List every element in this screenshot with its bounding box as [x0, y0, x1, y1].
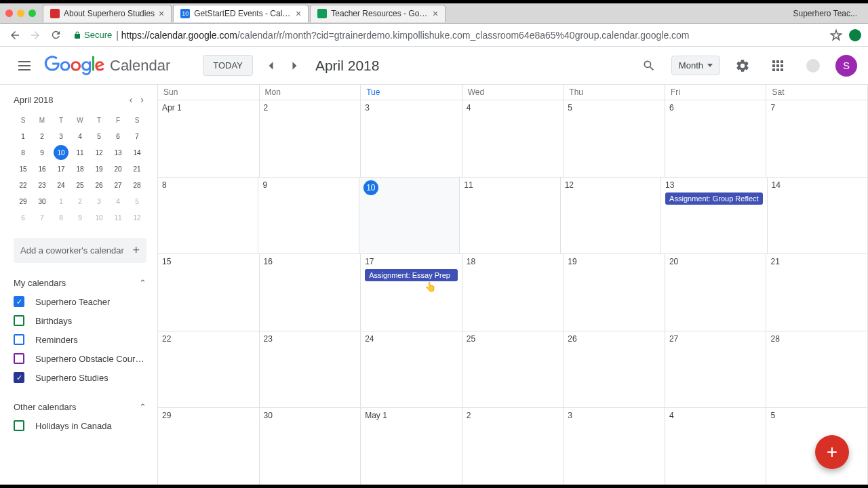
calendar-checkbox[interactable] — [14, 420, 24, 431]
browser-profile-label[interactable]: Superhero Teac... — [793, 9, 863, 18]
mini-day-cell[interactable]: 30 — [33, 193, 52, 209]
mini-day-cell[interactable]: 12 — [127, 209, 146, 226]
day-cell[interactable]: 20 — [665, 254, 767, 331]
next-month-button[interactable] — [284, 55, 306, 77]
browser-tab[interactable]: About Superhero Studies× — [43, 5, 172, 22]
mini-day-cell[interactable]: 9 — [33, 144, 52, 161]
mini-day-cell[interactable]: 7 — [127, 128, 146, 144]
mini-day-cell[interactable]: 19 — [90, 161, 108, 177]
calendar-list-item[interactable]: Superhero Obstacle Course ... — [14, 349, 146, 368]
day-cell[interactable]: 14 — [768, 178, 868, 254]
mini-day-cell[interactable]: 21 — [127, 161, 146, 177]
day-cell[interactable]: 18 — [462, 254, 564, 331]
mini-day-cell[interactable]: 9 — [71, 209, 90, 226]
search-button[interactable] — [636, 53, 662, 79]
mini-day-cell[interactable]: 2 — [33, 128, 52, 144]
day-cell[interactable]: Apr 1 — [158, 100, 260, 177]
forward-button[interactable] — [27, 27, 43, 43]
mini-day-cell[interactable]: 16 — [33, 161, 52, 177]
back-button[interactable] — [7, 27, 23, 43]
mini-day-cell[interactable]: 22 — [14, 177, 33, 193]
extension-icon[interactable] — [849, 29, 861, 41]
day-cell[interactable]: 2 — [260, 100, 361, 177]
calendar-checkbox[interactable] — [14, 315, 24, 326]
browser-tab[interactable]: 10GetStartED Events - Calendar× — [173, 5, 309, 22]
close-tab-icon[interactable]: × — [296, 8, 301, 19]
my-calendars-toggle[interactable]: My calendars ⌃ — [14, 274, 146, 292]
day-cell[interactable]: 12 — [561, 178, 661, 254]
mini-day-cell[interactable]: 23 — [33, 177, 52, 193]
view-selector[interactable]: Month — [671, 56, 720, 75]
day-cell[interactable]: 25 — [462, 331, 564, 408]
mini-prev-month[interactable]: ‹ — [127, 93, 136, 106]
add-coworker-input[interactable]: Add a coworker's calendar + — [14, 238, 146, 263]
mini-day-cell[interactable]: 1 — [14, 128, 33, 144]
day-cell[interactable]: 3 — [361, 100, 462, 177]
day-cell[interactable]: 23 — [260, 331, 361, 408]
day-cell[interactable]: 27 — [665, 331, 767, 408]
day-cell[interactable]: 29 — [158, 408, 260, 485]
mini-day-cell[interactable]: 5 — [90, 128, 108, 144]
mini-day-cell[interactable]: 15 — [14, 161, 33, 177]
day-cell[interactable]: 16 — [260, 254, 361, 331]
close-tab-icon[interactable]: × — [433, 8, 438, 19]
mini-day-cell[interactable]: 10 — [90, 209, 108, 226]
mini-day-cell[interactable]: 25 — [71, 177, 90, 193]
calendar-list-item[interactable]: Superhero Teacher — [14, 292, 146, 311]
day-cell[interactable]: 6 — [665, 100, 767, 177]
day-cell[interactable]: 3 — [564, 408, 665, 485]
mini-day-cell[interactable]: 4 — [108, 193, 127, 209]
calendar-list-item[interactable]: Reminders — [14, 330, 146, 349]
account-avatar[interactable]: S — [835, 55, 857, 77]
day-cell[interactable]: 5 — [564, 100, 665, 177]
mini-day-cell[interactable]: 27 — [108, 177, 127, 193]
minimize-window[interactable] — [17, 9, 24, 17]
day-cell[interactable]: 9 — [258, 178, 359, 254]
mini-day-cell[interactable]: 28 — [127, 177, 146, 193]
reload-button[interactable] — [47, 27, 64, 43]
google-apps-button[interactable] — [765, 53, 791, 79]
day-cell[interactable]: 8 — [158, 178, 258, 254]
mini-day-cell[interactable]: 29 — [14, 193, 33, 209]
day-cell[interactable]: 17Assignment: Essay Prep — [361, 254, 462, 331]
day-cell[interactable]: 26 — [564, 331, 665, 408]
other-calendars-toggle[interactable]: Other calendars ⌃ — [14, 398, 146, 416]
day-cell[interactable]: 22 — [158, 331, 260, 408]
calendar-list-item[interactable]: Superhero Studies — [14, 368, 146, 387]
mini-day-cell[interactable]: 10 — [54, 145, 68, 160]
mini-day-cell[interactable]: 8 — [52, 209, 71, 226]
mini-next-month[interactable]: › — [138, 93, 146, 106]
mini-day-cell[interactable]: 8 — [14, 144, 33, 161]
mini-day-cell[interactable]: 7 — [33, 209, 52, 226]
day-cell[interactable]: 15 — [158, 254, 260, 331]
close-window[interactable] — [5, 9, 13, 17]
calendar-event[interactable]: Assignment: Essay Prep — [365, 269, 458, 281]
calendar-checkbox[interactable] — [14, 296, 24, 307]
day-cell[interactable]: 10 — [359, 178, 460, 254]
calendar-list-item[interactable]: Holidays in Canada — [14, 416, 146, 435]
mini-day-cell[interactable]: 13 — [108, 144, 127, 161]
calendar-checkbox[interactable] — [14, 334, 24, 345]
notifications-button[interactable] — [800, 53, 826, 79]
mini-day-cell[interactable]: 2 — [71, 193, 90, 209]
day-cell[interactable]: 28 — [766, 331, 868, 408]
day-cell[interactable]: 4 — [462, 100, 564, 177]
mini-day-cell[interactable]: 17 — [52, 161, 71, 177]
mini-day-cell[interactable]: 26 — [90, 177, 108, 193]
mini-day-cell[interactable]: 3 — [90, 193, 108, 209]
mini-day-cell[interactable]: 3 — [52, 128, 71, 144]
mini-day-cell[interactable]: 5 — [127, 193, 146, 209]
prev-month-button[interactable] — [260, 55, 281, 77]
day-cell[interactable]: 19 — [564, 254, 665, 331]
calendar-event[interactable]: Assignment: Group Reflect — [665, 192, 762, 205]
mini-day-cell[interactable]: 12 — [90, 144, 108, 161]
maximize-window[interactable] — [28, 9, 36, 17]
day-cell[interactable]: 24 — [361, 331, 462, 408]
mini-day-cell[interactable]: 6 — [108, 128, 127, 144]
mini-day-cell[interactable]: 1 — [52, 193, 71, 209]
bookmark-star-icon[interactable] — [830, 29, 842, 41]
day-cell[interactable]: 7 — [766, 100, 868, 177]
mini-day-cell[interactable]: 14 — [127, 144, 146, 161]
browser-tab[interactable]: Teacher Resources - Google D× — [310, 5, 446, 22]
mini-day-cell[interactable]: 4 — [71, 128, 90, 144]
